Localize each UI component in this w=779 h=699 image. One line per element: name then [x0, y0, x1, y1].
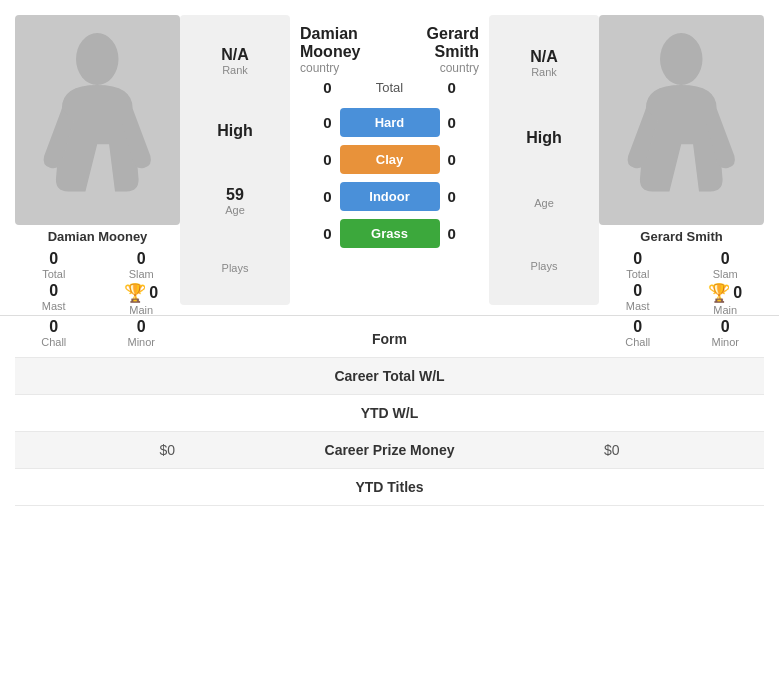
clay-button[interactable]: Clay: [340, 145, 440, 174]
right-age-item: Age: [501, 197, 587, 209]
players-section: Damian Mooney 0 Total 0 Slam 0 Mast 🏆: [0, 0, 779, 316]
left-chall-label: Chall: [41, 336, 66, 348]
grass-score-left: 0: [300, 225, 340, 242]
left-silhouette: [15, 15, 180, 225]
right-main-label: Main: [713, 304, 737, 316]
left-plays-label: Plays: [222, 262, 249, 274]
left-player-photo: [15, 15, 180, 225]
right-player-name-top: Gerard Smith: [398, 25, 479, 61]
left-player-photo-wrap: Damian Mooney 0 Total 0 Slam 0 Mast 🏆: [15, 15, 180, 210]
left-rank-value: N/A: [221, 46, 249, 64]
svg-point-1: [660, 33, 703, 85]
left-mast-value: 0: [49, 282, 58, 300]
right-chall-label: Chall: [625, 336, 650, 348]
left-age-label: Age: [225, 204, 245, 216]
career-prize-label: Career Prize Money: [175, 442, 604, 458]
left-minor-cell: 0 Minor: [103, 318, 181, 348]
left-plays-item: Plays: [192, 262, 278, 274]
career-total-label: Career Total W/L: [175, 368, 604, 384]
left-slam-cell: 0 Slam: [103, 250, 181, 280]
indoor-button[interactable]: Indoor: [340, 182, 440, 211]
left-trophy-icon: 🏆: [124, 282, 146, 304]
right-total-label: Total: [626, 268, 649, 280]
left-high-value: High: [217, 122, 253, 140]
left-player-name-top: Damian Mooney: [300, 25, 398, 61]
hard-score-left: 0: [300, 114, 340, 131]
right-high-value: High: [526, 129, 562, 147]
right-player-photo: [599, 15, 764, 225]
left-main-cell: 🏆 0 Main: [103, 282, 181, 316]
form-label: Form: [175, 331, 604, 347]
left-minor-value: 0: [137, 318, 146, 336]
left-player-name-under-photo: Damian Mooney: [15, 229, 180, 244]
right-rank-label: Rank: [531, 66, 557, 78]
right-rank-item: N/A Rank: [501, 48, 587, 78]
right-slam-label: Slam: [713, 268, 738, 280]
right-minor-cell: 0 Minor: [687, 318, 765, 348]
right-player-photo-wrap: Gerard Smith 0 Total 0 Slam 0 Mast 🏆: [599, 15, 764, 210]
right-high-item: High: [501, 129, 587, 147]
right-slam-cell: 0 Slam: [687, 250, 765, 280]
clay-score-left: 0: [300, 151, 340, 168]
left-total-cell: 0 Total: [15, 250, 93, 280]
right-stats-grid: 0 Total 0 Slam 0 Mast 🏆 0 Main: [599, 250, 764, 348]
left-high-item: High: [192, 122, 278, 140]
hard-score-right: 0: [440, 114, 480, 131]
right-info-card: N/A Rank High Age Plays: [489, 15, 599, 305]
total-label: Total: [340, 80, 440, 95]
main-container: Damian Mooney 0 Total 0 Slam 0 Mast 🏆: [0, 0, 779, 511]
left-country-top: country: [300, 61, 398, 75]
total-score-left: 0: [300, 79, 340, 96]
indoor-row: 0 Indoor 0: [290, 182, 489, 211]
left-age-value: 59: [226, 186, 244, 204]
ytd-wl-row: YTD W/L: [15, 395, 764, 432]
left-info-card: N/A Rank High 59 Age Plays: [180, 15, 290, 305]
left-stats-grid: 0 Total 0 Slam 0 Mast 🏆 0 Main: [15, 250, 180, 348]
career-prize-row: $0 Career Prize Money $0: [15, 432, 764, 469]
right-chall-value: 0: [633, 318, 642, 336]
grass-button[interactable]: Grass: [340, 219, 440, 248]
left-slam-label: Slam: [129, 268, 154, 280]
ytd-wl-label: YTD W/L: [175, 405, 604, 421]
grass-row: 0 Grass 0: [290, 219, 489, 248]
career-total-row: Career Total W/L: [15, 358, 764, 395]
left-mast-label: Mast: [42, 300, 66, 312]
total-row: 0 Total 0: [290, 79, 489, 96]
right-country-top: country: [398, 61, 479, 75]
ytd-titles-row: YTD Titles: [15, 469, 764, 506]
clay-row: 0 Clay 0: [290, 145, 489, 174]
right-slam-value: 0: [721, 250, 730, 268]
right-player-name-under-photo: Gerard Smith: [599, 229, 764, 244]
career-prize-right: $0: [604, 442, 764, 458]
left-rank-label: Rank: [222, 64, 248, 76]
left-total-value: 0: [49, 250, 58, 268]
right-total-cell: 0 Total: [599, 250, 677, 280]
right-age-label: Age: [534, 197, 554, 209]
center-column: Damian Mooney country Gerard Smith count…: [290, 15, 489, 305]
right-chall-cell: 0 Chall: [599, 318, 677, 348]
right-rank-value: N/A: [530, 48, 558, 66]
hard-row: 0 Hard 0: [290, 108, 489, 137]
svg-point-0: [76, 33, 119, 85]
right-minor-label: Minor: [711, 336, 739, 348]
right-mast-cell: 0 Mast: [599, 282, 677, 316]
right-plays-label: Plays: [531, 260, 558, 272]
left-main-value: 0: [149, 284, 158, 302]
indoor-score-left: 0: [300, 188, 340, 205]
left-age-item: 59 Age: [192, 186, 278, 216]
right-main-cell: 🏆 0 Main: [687, 282, 765, 316]
clay-score-right: 0: [440, 151, 480, 168]
right-total-value: 0: [633, 250, 642, 268]
left-rank-item: N/A Rank: [192, 46, 278, 76]
left-minor-label: Minor: [127, 336, 155, 348]
hard-button[interactable]: Hard: [340, 108, 440, 137]
right-main-value: 0: [733, 284, 742, 302]
grass-score-right: 0: [440, 225, 480, 242]
right-minor-value: 0: [721, 318, 730, 336]
career-prize-left: $0: [15, 442, 175, 458]
left-slam-value: 0: [137, 250, 146, 268]
right-mast-value: 0: [633, 282, 642, 300]
right-trophy-icon: 🏆: [708, 282, 730, 304]
right-mast-label: Mast: [626, 300, 650, 312]
total-score-right: 0: [440, 79, 480, 96]
